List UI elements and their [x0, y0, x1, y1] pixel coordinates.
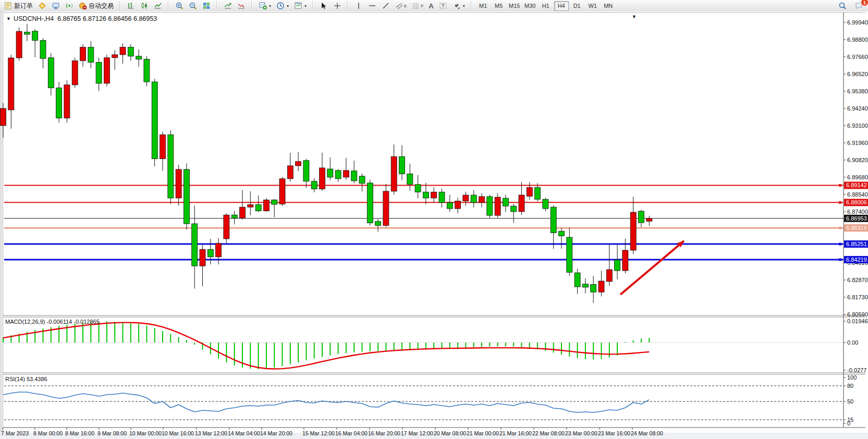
candle-body	[455, 201, 461, 209]
line-handle[interactable]	[839, 184, 841, 187]
line-handle[interactable]	[839, 243, 841, 246]
candle-body	[168, 135, 174, 198]
candle-body	[160, 135, 166, 158]
svg-text:-0.0277: -0.0277	[847, 367, 866, 373]
line-chart-icon	[154, 2, 162, 10]
candle-body	[598, 281, 604, 292]
timeframe-h4[interactable]: H4	[554, 1, 569, 11]
candle-body	[176, 169, 181, 198]
candle-chart-icon	[140, 2, 149, 10]
shapes-tool-button[interactable]: ▾	[450, 0, 468, 11]
candle-body	[582, 284, 588, 287]
cursor-tool-button[interactable]	[317, 0, 331, 11]
template-button[interactable]: ▾	[291, 0, 309, 11]
candle-body	[296, 162, 301, 166]
candle-body	[128, 47, 133, 56]
signal-button[interactable]	[63, 0, 76, 11]
shapes-caret-icon: ▾	[463, 4, 465, 8]
text-tool-button[interactable]: A	[426, 0, 436, 11]
zoom-out-button[interactable]	[186, 0, 200, 11]
crosshair-icon	[333, 2, 341, 10]
timeframe-m30[interactable]: M30	[523, 1, 537, 11]
svg-text:6.98800: 6.98800	[847, 36, 868, 43]
line-handle[interactable]	[839, 258, 841, 261]
candle-body	[96, 62, 102, 83]
timeframe-h1[interactable]: H1	[539, 1, 553, 11]
timeframe-m5[interactable]: M5	[492, 1, 506, 11]
terminal-icon	[52, 2, 60, 10]
candle-body	[591, 284, 596, 292]
period-button[interactable]: ▾	[274, 0, 291, 11]
chart-canvas[interactable]: 6.999406.988006.976606.965206.953806.942…	[0, 11, 868, 439]
timeframe-mn[interactable]: MN	[601, 1, 616, 11]
svg-text:0.00: 0.00	[847, 339, 858, 346]
fibonacci-tool-button[interactable]: F	[409, 0, 426, 11]
svg-text:13 Mar 12:00: 13 Mar 12:00	[195, 430, 227, 436]
candle-body	[646, 218, 652, 221]
candle-body	[551, 207, 556, 233]
new-order-button[interactable]: 新订单	[2, 0, 35, 11]
search-icon	[838, 2, 847, 10]
candle-body	[495, 197, 500, 215]
candle-body	[200, 249, 205, 266]
svg-text:6.80590: 6.80590	[847, 311, 868, 318]
auto-trading-button[interactable]: 自动交易	[76, 0, 116, 11]
timeframe-w1[interactable]: W1	[585, 1, 600, 11]
fibo-sub-label: F	[421, 4, 423, 8]
candle-body	[88, 47, 94, 62]
candle-body	[606, 270, 612, 282]
candle-chart-button[interactable]	[138, 0, 151, 11]
template-caret-icon: ▾	[304, 4, 307, 8]
horizontal-line-tool-button[interactable]	[365, 0, 379, 11]
line-handle[interactable]	[839, 227, 841, 229]
search-button[interactable]	[836, 0, 849, 11]
template-icon	[294, 2, 302, 10]
clock-icon	[276, 2, 285, 10]
candle-body	[487, 197, 493, 215]
crosshair-tool-button[interactable]	[331, 0, 344, 11]
svg-text:23 Mar 00:00: 23 Mar 00:00	[565, 430, 597, 436]
svg-text:6.82870: 6.82870	[847, 277, 868, 283]
label-tool-button[interactable]: T	[436, 0, 450, 11]
svg-text:7 Mar 2023: 7 Mar 2023	[1, 430, 29, 436]
candle-body	[423, 192, 429, 198]
toolbar-separator	[167, 1, 170, 10]
timeframe-m15[interactable]: M15	[507, 1, 522, 11]
chart-ohlc-values: 6.86765 6.87126 6.86456 6.86953	[57, 15, 157, 22]
channel-tool-button[interactable]: E	[393, 0, 409, 11]
period-caret-icon: ▾	[287, 4, 289, 8]
candle-body	[240, 207, 246, 218]
line-chart-button[interactable]	[151, 0, 165, 11]
new-chart-button[interactable]: ▾	[256, 0, 274, 11]
terminal-button[interactable]	[49, 0, 63, 11]
svg-text:6.86953: 6.86953	[846, 215, 867, 222]
candle-body	[80, 47, 86, 60]
svg-text:6.99940: 6.99940	[847, 19, 868, 26]
vertical-line-icon	[354, 2, 363, 10]
candle-body	[343, 170, 349, 177]
candle-body	[519, 195, 524, 212]
line-handle[interactable]	[839, 201, 841, 204]
svg-text:17 Mar 12:00: 17 Mar 12:00	[401, 430, 433, 436]
timeframe-d1[interactable]: D1	[570, 1, 584, 11]
toolbar-separator	[119, 1, 121, 10]
tile-windows-button[interactable]	[200, 0, 213, 11]
candle-body	[279, 179, 285, 204]
profit-up-button[interactable]	[221, 0, 235, 11]
candle-body	[399, 156, 405, 174]
chart-symbol-title: USDCNH-,H4	[14, 15, 54, 22]
svg-text:14 Mar 04:00: 14 Mar 04:00	[228, 430, 260, 436]
notifications-button[interactable]: 1	[852, 0, 866, 11]
candle-body	[224, 215, 229, 239]
profit-down-button[interactable]	[235, 0, 248, 11]
vertical-line-tool-button[interactable]	[352, 0, 365, 11]
gold-chart-button[interactable]	[35, 0, 49, 11]
rsi-indicator-label: RSI(14) 53.4386	[5, 376, 47, 382]
zoom-in-button[interactable]	[173, 0, 186, 11]
mt4-terminal-window: { "toolbar": { "new_order_label": "新订单",…	[0, 0, 868, 439]
trendline-tool-button[interactable]	[379, 0, 393, 11]
candle-body	[503, 198, 508, 206]
bar-chart-button[interactable]	[124, 0, 138, 11]
candle-body	[359, 176, 365, 184]
timeframe-m1[interactable]: M1	[476, 1, 491, 11]
